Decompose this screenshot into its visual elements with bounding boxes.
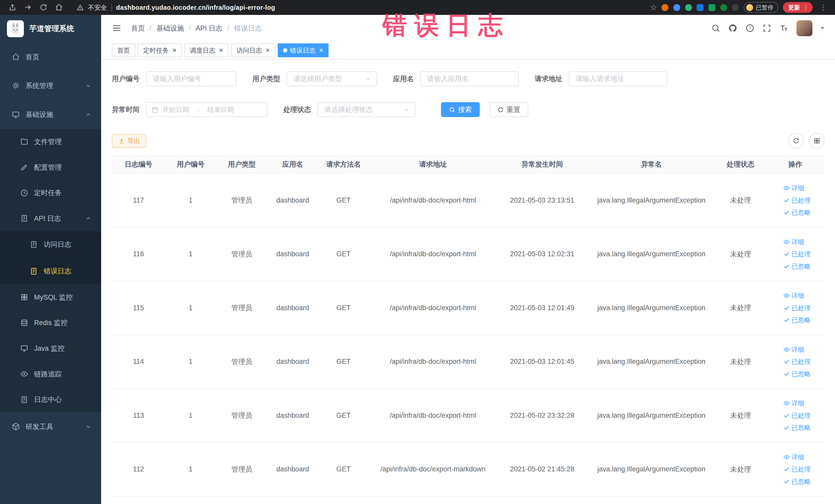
cell-method: GET: [318, 442, 369, 496]
breadcrumb-separator: /: [227, 24, 229, 32]
action-link[interactable]: 详细: [783, 184, 804, 192]
action-link[interactable]: 已忽略: [783, 477, 811, 486]
action-link[interactable]: 详细: [783, 238, 804, 246]
extension-icon[interactable]: [720, 4, 727, 11]
bookmark-star-icon[interactable]: ☆: [650, 4, 657, 11]
tab-close-icon[interactable]: ×: [172, 47, 177, 54]
sidebar-item[interactable]: 配置管理: [0, 155, 101, 180]
breadcrumb: 首页/基础设施/API 日志/错误日志: [131, 24, 262, 33]
sidebar-item[interactable]: 链路追踪: [0, 361, 101, 387]
user-type-select[interactable]: 请选择用户类型: [286, 72, 377, 86]
address-bar[interactable]: 不安全 dashboard.yudao.iocoder.cn/infra/log…: [69, 3, 648, 12]
action-link[interactable]: 已忽略: [783, 262, 811, 270]
view-tab[interactable]: 错误日志×: [278, 43, 329, 57]
filter-exception-time: 异常时间 开始日期 - 结束日期: [112, 102, 267, 117]
sidebar-toggle-icon[interactable]: [112, 23, 121, 33]
sidebar-item[interactable]: Java 监控: [0, 336, 101, 361]
sidebar-item[interactable]: 日志中心: [0, 387, 101, 412]
home-icon[interactable]: [55, 3, 63, 11]
date-range-picker[interactable]: 开始日期 - 结束日期: [146, 102, 267, 117]
action-link[interactable]: 已处理: [783, 304, 811, 312]
sidebar-item[interactable]: 首页: [0, 43, 101, 72]
table-row: 1141管理员dashboardGET/api/infra/db-doc/exp…: [112, 335, 824, 389]
action-link[interactable]: 已处理: [783, 357, 811, 366]
cell-user-type: 管理员: [216, 335, 267, 389]
chevron-down-icon: [85, 83, 91, 89]
forward-icon[interactable]: [24, 3, 32, 11]
table-row: 1161管理员dashboardGET/api/infra/db-doc/exp…: [112, 227, 824, 281]
action-link[interactable]: 详细: [783, 345, 804, 354]
sidebar-item[interactable]: 研发工具: [0, 412, 101, 441]
action-link[interactable]: 已处理: [783, 411, 811, 420]
cell-actions: 详细已处理已忽略: [766, 442, 824, 496]
search-icon[interactable]: [711, 24, 720, 33]
action-link[interactable]: 已处理: [783, 196, 811, 205]
action-link[interactable]: 已忽略: [783, 370, 811, 378]
sidebar-item[interactable]: 定时任务: [0, 180, 101, 206]
chevron-down-icon[interactable]: [820, 27, 824, 29]
reset-button[interactable]: 重置: [489, 102, 528, 117]
tab-close-icon[interactable]: ×: [319, 47, 323, 54]
breadcrumb-item[interactable]: 首页: [131, 24, 145, 33]
action-link[interactable]: 已忽略: [783, 316, 811, 324]
breadcrumb-item[interactable]: 基础设施: [156, 24, 184, 33]
sidebar-item[interactable]: 系统管理: [0, 72, 101, 100]
extension-icon[interactable]: [709, 4, 715, 11]
action-link[interactable]: 详细: [783, 291, 804, 300]
extension-icon[interactable]: [685, 4, 692, 11]
fullscreen-icon[interactable]: [762, 24, 771, 33]
sidebar-item[interactable]: MySQL 监控: [0, 284, 101, 310]
request-url-input[interactable]: [569, 72, 667, 86]
sidebar-item[interactable]: Redis 监控: [0, 310, 101, 336]
view-tab[interactable]: 定时任务×: [138, 43, 182, 57]
sidebar-item[interactable]: API 日志: [0, 206, 101, 231]
action-link[interactable]: 已处理: [783, 465, 811, 473]
font-size-icon[interactable]: [779, 24, 788, 33]
view-tab[interactable]: 首页: [112, 43, 135, 57]
extension-icon[interactable]: [732, 4, 739, 11]
tab-close-icon[interactable]: ×: [266, 47, 270, 54]
sidebar-item[interactable]: 文件管理: [0, 129, 101, 155]
paused-badge[interactable]: 已暂停: [744, 2, 778, 13]
action-link[interactable]: 已处理: [783, 250, 811, 258]
status-select[interactable]: 请选择处理状态: [318, 102, 415, 117]
main-area: 首页/基础设施/API 日志/错误日志 ? 首页定时任务×调度日志×访问日志×错…: [101, 15, 835, 504]
avatar[interactable]: [796, 20, 812, 36]
tab-close-icon[interactable]: ×: [219, 47, 223, 54]
chevron-down-icon: [365, 76, 371, 82]
view-tab[interactable]: 访问日志×: [231, 43, 275, 57]
action-link[interactable]: 详细: [783, 453, 804, 461]
cell-method: GET: [318, 335, 369, 389]
cell-id: 112: [112, 442, 165, 496]
refresh-button[interactable]: [788, 133, 804, 149]
sidebar-item[interactable]: 访问日志: [0, 231, 101, 258]
app-name-input[interactable]: [420, 72, 519, 86]
github-icon[interactable]: [728, 24, 737, 33]
export-button[interactable]: 导出: [112, 134, 147, 148]
action-link[interactable]: 已忽略: [783, 423, 811, 432]
action-link[interactable]: 详细: [783, 399, 804, 407]
app-logo[interactable]: 芋道管理系统: [0, 15, 101, 43]
cell-user-id: 1: [165, 442, 216, 496]
sidebar-item[interactable]: 错误日志: [0, 258, 101, 284]
help-icon[interactable]: ?: [746, 24, 754, 33]
update-button[interactable]: 更新 ⋮: [783, 2, 813, 13]
gear-icon: [12, 82, 20, 89]
extension-icon[interactable]: [697, 4, 704, 11]
sidebar-item[interactable]: 基础设施: [0, 100, 101, 129]
columns-button[interactable]: [809, 133, 824, 149]
user-id-input[interactable]: [146, 72, 237, 86]
extension-icon[interactable]: [673, 4, 680, 11]
search-button[interactable]: 搜索: [441, 102, 480, 117]
browser-menu-icon[interactable]: ⋮: [817, 3, 829, 12]
share-icon[interactable]: [8, 3, 16, 11]
action-label: 已忽略: [791, 316, 811, 324]
extension-icon[interactable]: [661, 4, 668, 11]
db-icon: [20, 319, 28, 327]
view-tab[interactable]: 调度日志×: [185, 43, 228, 57]
reload-icon[interactable]: [40, 3, 47, 11]
action-link[interactable]: 已忽略: [783, 208, 811, 217]
sidebar-item-label: 定时任务: [34, 188, 62, 198]
cell-status: 未处理: [715, 227, 766, 281]
breadcrumb-item[interactable]: API 日志: [196, 24, 223, 33]
